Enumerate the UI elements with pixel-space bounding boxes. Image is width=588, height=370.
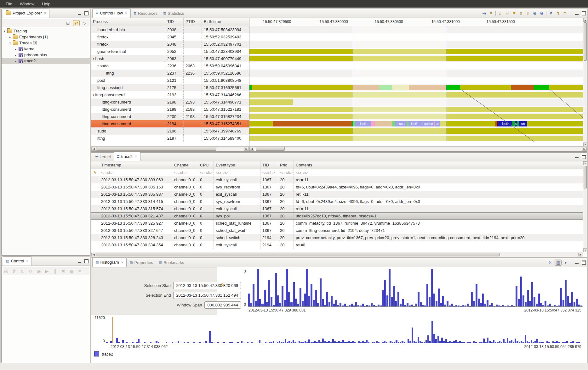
menu-window[interactable]: Window bbox=[17, 1, 37, 7]
time-axis[interactable]: 15:50:47.32950015:50:47.33000015:50:47.3… bbox=[249, 18, 583, 26]
maximize-button[interactable] bbox=[582, 155, 586, 159]
tab-properties[interactable]: ▥Properties bbox=[127, 258, 156, 267]
maximize-button[interactable] bbox=[84, 259, 88, 263]
events-hscrollbar[interactable]: ◀ ▶ bbox=[91, 252, 583, 257]
expanded-arrow-icon[interactable]: ▾ bbox=[9, 42, 12, 45]
column-header-timestamp[interactable]: Timestamp bbox=[99, 161, 172, 169]
scroll-left-icon[interactable]: ◀ bbox=[249, 147, 254, 151]
move-up-icon[interactable]: ⇧ bbox=[517, 10, 524, 16]
tab-project-explorer[interactable]: Project Explorer ✕ bbox=[3, 8, 49, 18]
previous-event-icon[interactable]: ⚐ bbox=[504, 10, 511, 16]
control-flow-timeline[interactable]: 15:50:47.32950015:50:47.33000015:50:47.3… bbox=[249, 18, 583, 146]
tab-kernel[interactable]: ≣kernel bbox=[92, 153, 114, 161]
search-cell-contents[interactable]: <srch> bbox=[294, 169, 583, 176]
full-range-histogram[interactable] bbox=[106, 317, 582, 343]
tab-histogram[interactable]: ▥Histogram✕ bbox=[92, 258, 127, 267]
tree-item-kernel[interactable]: ▸kernel bbox=[2, 46, 90, 52]
event-row-3[interactable]: 2012-03-13 15:50:47.330 314 415channel0_… bbox=[91, 198, 583, 205]
process-row-2199[interactable]: lttng-consumerd2199219315:50:47.31522718… bbox=[91, 106, 249, 113]
hide-arrows-icon[interactable]: ✕ bbox=[547, 10, 554, 16]
process-row-2048[interactable]: firefox204815:50:52.032497701 bbox=[91, 41, 249, 48]
search-cell-channel[interactable]: <srch> bbox=[172, 169, 198, 176]
menu-help[interactable]: Help bbox=[39, 1, 54, 7]
column-header-tid[interactable]: TID bbox=[260, 161, 278, 169]
expanded-arrow-icon[interactable]: ▾ bbox=[3, 30, 6, 33]
search-cell-cpu[interactable]: <srch> bbox=[198, 169, 214, 176]
process-row-2200[interactable]: lttng-consumerd2200219315:50:47.31582723… bbox=[91, 113, 249, 120]
collapsed-arrow-icon[interactable]: ▸ bbox=[14, 53, 17, 57]
collapsed-arrow-icon[interactable]: ▸ bbox=[14, 59, 17, 63]
column-header-ptid[interactable]: PTID bbox=[184, 18, 202, 26]
minimize-button[interactable] bbox=[575, 157, 579, 158]
scroll-up-icon[interactable]: ▲ bbox=[583, 161, 587, 165]
scrollbar-thumb[interactable] bbox=[96, 147, 216, 151]
column-header-event-type[interactable]: Event type bbox=[214, 161, 260, 169]
close-icon[interactable]: ✕ bbox=[121, 261, 124, 264]
process-row-2063[interactable]: ▾bash206315:50:47.400779449 bbox=[91, 55, 249, 62]
process-row-2045[interactable]: firefox204515:50:52.032539403 bbox=[91, 33, 249, 41]
view-menu-icon[interactable]: ▽ bbox=[82, 20, 88, 26]
tab-resources[interactable]: ≣Resources bbox=[131, 9, 160, 18]
scroll-right-icon[interactable]: ▶ bbox=[578, 253, 583, 256]
misc-icon[interactable]: ≡ bbox=[77, 269, 83, 274]
tree-item-tracing[interactable]: ▾Tracing bbox=[2, 28, 90, 34]
search-cell-event-type[interactable]: <srch> bbox=[214, 169, 260, 176]
start-trace-icon[interactable]: ▶ bbox=[44, 269, 50, 274]
tree-item-trace2[interactable]: ▸trace2 bbox=[2, 58, 90, 64]
column-header-cpu[interactable]: CPU bbox=[198, 161, 214, 169]
close-icon[interactable]: ✕ bbox=[125, 12, 128, 15]
column-header-prio[interactable]: Prio bbox=[278, 161, 294, 169]
process-row-2121[interactable]: pool212115:50:51.803808548 bbox=[91, 77, 249, 84]
selection-end-field[interactable]: 2012-03-13 15:50:47.331 152 494 bbox=[173, 292, 241, 299]
scrollbar-thumb[interactable] bbox=[96, 253, 500, 256]
event-row-2[interactable]: 2012-03-13 15:50:47.330 305 987channel0_… bbox=[91, 191, 583, 198]
zoom-out-icon[interactable]: ⊖ bbox=[538, 10, 545, 16]
connect-icon[interactable]: ⇵ bbox=[11, 269, 17, 274]
maximize-button[interactable] bbox=[582, 261, 586, 265]
scroll-down-icon[interactable]: ▼ bbox=[583, 143, 587, 146]
next-event-icon[interactable]: ⚑ bbox=[511, 10, 517, 16]
time-range-histogram[interactable] bbox=[248, 269, 583, 307]
tab-bookmarks[interactable]: ▥Bookmarks bbox=[156, 258, 187, 267]
expanded-arrow-icon[interactable]: ▾ bbox=[93, 93, 94, 97]
process-row-2237[interactable]: lttng2237223615:50:59.052126586 bbox=[91, 70, 249, 77]
refresh-icon[interactable]: ↻ bbox=[27, 269, 34, 274]
follow-cpu-forward-icon[interactable]: ↱ bbox=[561, 10, 568, 16]
process-table-hscrollbar[interactable]: ◀ ▶ bbox=[91, 146, 249, 151]
event-row-6[interactable]: 2012-03-13 15:50:47.330 325 927channel0_… bbox=[91, 220, 583, 227]
edit-pencil-icon[interactable]: ✎ bbox=[221, 282, 225, 288]
view-menu-icon[interactable]: ▾ bbox=[563, 260, 568, 266]
process-row-2193[interactable]: ▾lttng-consumerd219315:50:47.314046266 bbox=[91, 91, 249, 98]
destroy-session-icon[interactable]: ✖ bbox=[60, 269, 66, 274]
process-row-2196[interactable]: sudo219615:50:47.399740769 bbox=[91, 127, 249, 135]
snapshot-icon[interactable]: ▦ bbox=[68, 269, 75, 274]
follow-cpu-backward-icon[interactable]: ↰ bbox=[554, 10, 561, 16]
pause-trace-icon[interactable]: ∥ bbox=[52, 269, 58, 274]
process-row-2038[interactable]: thunderbird-bin203815:50:47.503423094 bbox=[91, 26, 249, 33]
column-header-birth-time[interactable]: Birth time bbox=[202, 18, 249, 26]
selection-start-field[interactable]: 2012-03-13 15:50:47.330 320 069 bbox=[173, 282, 241, 289]
tree-item-prboom-plus[interactable]: ▸prboom-plus bbox=[2, 52, 90, 58]
event-row-0[interactable]: 2012-03-13 15:50:47.330 303 063channel0_… bbox=[91, 176, 583, 183]
scrollbar-thumb[interactable] bbox=[584, 166, 587, 188]
tab-control-flow[interactable]: ≣Control Flow✕ bbox=[92, 8, 131, 18]
reset-time-scale-icon[interactable]: ⌂ bbox=[497, 10, 504, 16]
minimize-button[interactable] bbox=[575, 14, 579, 15]
show-legend-icon[interactable]: ≡ bbox=[488, 10, 494, 16]
align-views-icon[interactable]: ⇥ bbox=[481, 10, 488, 16]
disconnect-icon[interactable]: ⇅ bbox=[19, 269, 26, 274]
tab-statistics[interactable]: ≣Statistics bbox=[160, 9, 187, 18]
close-icon[interactable]: ✕ bbox=[135, 155, 137, 158]
process-row-2198[interactable]: lttng-consumerd2198219315:50:47.31449077… bbox=[91, 98, 249, 106]
tab-control[interactable]: ▤ Control ✕ bbox=[3, 256, 32, 266]
scroll-right-icon[interactable]: ▶ bbox=[582, 147, 587, 151]
events-search-row[interactable]: ✎<srch><srch><srch><srch><srch><srch><sr… bbox=[91, 169, 583, 176]
scroll-up-icon[interactable]: ▲ bbox=[583, 18, 587, 22]
import-icon[interactable]: ◉ bbox=[36, 269, 42, 274]
process-row-2175[interactable]: lttng-sessiond217515:50:47.316925661 bbox=[91, 84, 249, 91]
close-icon[interactable]: ✕ bbox=[26, 260, 29, 263]
link-with-editor-icon[interactable]: ⇄ bbox=[73, 20, 80, 26]
menu-file[interactable]: File bbox=[3, 1, 15, 7]
search-cell-tid[interactable]: <srch> bbox=[260, 169, 278, 176]
scroll-left-icon[interactable]: ◀ bbox=[91, 253, 96, 256]
